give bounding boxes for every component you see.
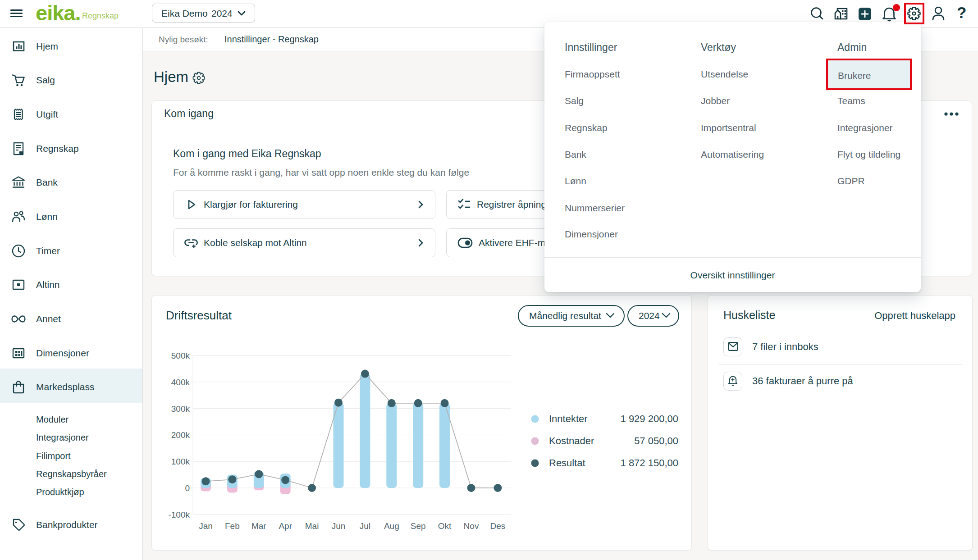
svg-text:Resultat: Resultat: [549, 457, 585, 469]
svg-text:400k: 400k: [171, 378, 190, 387]
svg-text:Nov: Nov: [464, 521, 479, 531]
svg-text:Driftsresultat: Driftsresultat: [166, 309, 232, 322]
svg-text:Inntekter: Inntekter: [549, 413, 588, 424]
svg-text:2024: 2024: [639, 310, 660, 321]
svg-text:Okt: Okt: [438, 521, 452, 531]
svg-text:Kostnader: Kostnader: [549, 435, 594, 446]
svg-text:Apr: Apr: [279, 521, 292, 531]
svg-text:Jan: Jan: [199, 521, 213, 531]
svg-text:Mai: Mai: [305, 521, 319, 531]
svg-text:Månedlig resultat: Månedlig resultat: [529, 310, 601, 321]
svg-text:0: 0: [185, 483, 190, 493]
svg-text:Des: Des: [490, 521, 506, 531]
svg-text:100k: 100k: [171, 457, 190, 466]
svg-text:1 872 150,00: 1 872 150,00: [621, 457, 678, 469]
svg-text:Mar: Mar: [251, 521, 266, 531]
svg-text:57 050,00: 57 050,00: [634, 435, 678, 446]
svg-text:Jul: Jul: [360, 521, 370, 531]
svg-text:200k: 200k: [171, 430, 190, 440]
svg-text:Jun: Jun: [332, 521, 346, 531]
svg-text:-100k: -100k: [168, 510, 190, 519]
svg-text:Feb: Feb: [225, 521, 240, 531]
svg-text:Sep: Sep: [411, 521, 426, 531]
svg-text:300k: 300k: [171, 404, 190, 414]
svg-text:Aug: Aug: [384, 521, 399, 531]
svg-text:1 929 200,00: 1 929 200,00: [621, 413, 678, 424]
svg-text:500k: 500k: [171, 351, 190, 360]
